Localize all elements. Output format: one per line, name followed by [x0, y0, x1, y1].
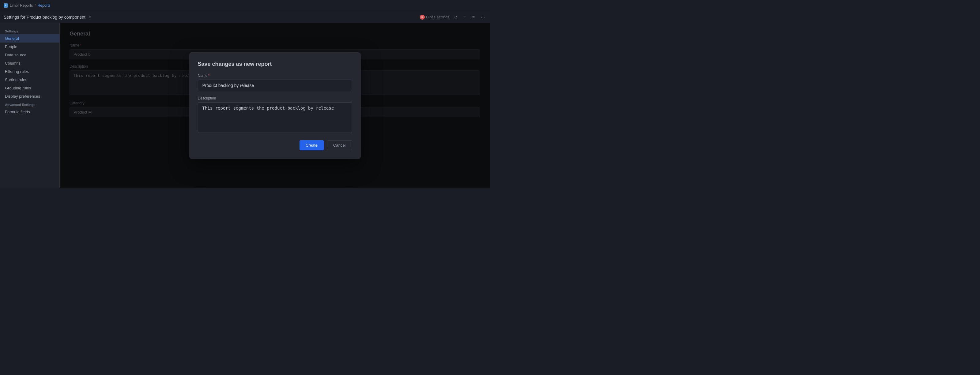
sidebar-item-grouping[interactable]: Grouping rules	[0, 84, 59, 92]
page-title-section: Settings for Product backlog by componen…	[4, 15, 91, 20]
sidebar-item-columns[interactable]: Columns	[0, 59, 59, 67]
sidebar-item-formula-label: Formula fields	[5, 110, 30, 114]
close-settings-label: Close settings	[426, 15, 449, 19]
sidebar-item-sorting[interactable]: Sorting rules	[0, 76, 59, 84]
external-link-icon[interactable]: ↗	[88, 15, 91, 19]
save-changes-modal: Save changes as new report Name* Descrip…	[189, 52, 361, 159]
sidebar-item-datasource-label: Data source	[5, 52, 26, 57]
topbar-actions: ✕ Close settings ↺ ↑ ≡ ⋯	[420, 13, 486, 21]
sidebar-item-filtering[interactable]: Filtering rules	[0, 67, 59, 76]
brand-name: Limbr Reports	[10, 3, 33, 8]
modal-description-label: Description	[198, 96, 352, 100]
sidebar-item-grouping-label: Grouping rules	[5, 86, 31, 90]
page-title-bar: Settings for Product backlog by componen…	[0, 11, 490, 23]
modal-description-group: Description	[198, 96, 352, 134]
main-layout: Settings General People Data source Colu…	[0, 23, 490, 188]
modal-footer: Create Cancel	[198, 140, 352, 150]
modal-name-group: Name*	[198, 73, 352, 91]
create-button[interactable]: Create	[299, 140, 324, 150]
sidebar: Settings General People Data source Colu…	[0, 23, 60, 188]
sidebar-item-sorting-label: Sorting rules	[5, 78, 27, 82]
page-title: Settings for Product backlog by componen…	[4, 15, 86, 20]
topbar: L Limbr Reports / Reports	[0, 0, 490, 11]
sidebar-item-columns-label: Columns	[5, 61, 21, 65]
modal-name-label: Name*	[198, 73, 352, 78]
breadcrumb-separator: /	[35, 3, 35, 8]
close-settings-button[interactable]: ✕ Close settings	[420, 15, 449, 20]
sidebar-section-settings: Settings	[0, 27, 59, 34]
modal-description-textarea[interactable]	[198, 102, 352, 133]
close-x-icon: ✕	[420, 15, 425, 20]
sidebar-item-people-label: People	[5, 44, 17, 49]
content-area: General Name* Description Category Save …	[60, 23, 490, 188]
modal-name-input[interactable]	[198, 79, 352, 91]
sidebar-item-filtering-label: Filtering rules	[5, 69, 29, 74]
sidebar-item-general[interactable]: General	[0, 34, 59, 43]
view-button[interactable]: ≡	[471, 13, 476, 21]
sidebar-item-general-label: General	[5, 36, 19, 41]
upload-button[interactable]: ↑	[463, 13, 467, 21]
sidebar-item-people[interactable]: People	[0, 43, 59, 51]
refresh-button[interactable]: ↺	[453, 13, 459, 21]
modal-overlay: Save changes as new report Name* Descrip…	[60, 23, 490, 188]
more-button[interactable]: ⋯	[480, 13, 486, 21]
sidebar-section-advanced: Advanced Settings	[0, 100, 59, 108]
modal-title: Save changes as new report	[198, 61, 352, 67]
sidebar-item-display[interactable]: Display preferences	[0, 92, 59, 100]
breadcrumb-reports[interactable]: Reports	[38, 3, 51, 8]
sidebar-item-formula[interactable]: Formula fields	[0, 108, 59, 116]
breadcrumb: L Limbr Reports / Reports	[4, 3, 51, 8]
brand-logo: L	[4, 3, 8, 8]
sidebar-item-display-label: Display preferences	[5, 94, 40, 99]
cancel-button[interactable]: Cancel	[327, 140, 352, 150]
sidebar-item-datasource[interactable]: Data source	[0, 51, 59, 59]
